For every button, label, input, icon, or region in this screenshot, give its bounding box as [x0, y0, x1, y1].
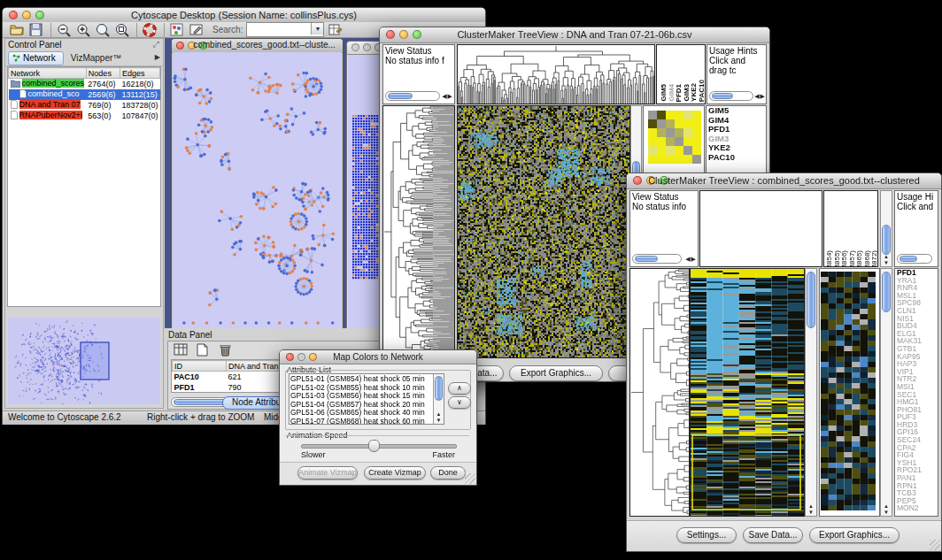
matrix-cell[interactable]	[683, 137, 692, 146]
gene-label[interactable]: MON2	[895, 504, 938, 512]
zoom-out-icon[interactable]	[57, 23, 73, 37]
attribute-list[interactable]: GPL51-01 (GSM854) heat shock 05 minGPL51…	[289, 373, 444, 425]
network-row[interactable]: combined_sco2569(6)13112(15)	[9, 89, 160, 100]
column-label[interactable]: GPL51-06 (GSM865)	[855, 250, 863, 267]
matrix-cell[interactable]	[666, 119, 675, 128]
attribute-editor-icon[interactable]	[328, 23, 344, 37]
matrix-cell[interactable]	[657, 128, 666, 137]
matrix-cell[interactable]	[683, 146, 692, 155]
matrix-cell[interactable]	[666, 137, 675, 146]
matrix-cell[interactable]	[692, 137, 701, 146]
col-nodes[interactable]: Nodes	[86, 68, 120, 79]
matrix-cell[interactable]	[692, 119, 701, 128]
scroll-arrows[interactable]: ▲▼	[434, 411, 444, 424]
matrix-cell[interactable]	[666, 111, 675, 119]
view-status-hscrollbar[interactable]	[385, 91, 440, 101]
column-label[interactable]: GIM5	[660, 84, 668, 102]
matrix-cell[interactable]	[675, 146, 683, 155]
tv1-export-graphics-button[interactable]: Export Graphics...	[509, 365, 603, 381]
tv2-column-labels[interactable]: GPL51-01 (GSM854)GPL51-02 (GSM855)GPL51-…	[823, 190, 878, 267]
column-label[interactable]: PAC10	[698, 80, 706, 102]
matrix-cell[interactable]	[648, 128, 657, 137]
row-label[interactable]: YKE2	[706, 143, 766, 153]
scroll-arrows[interactable]: ◀▶	[442, 93, 453, 100]
tab-vizmapper[interactable]: VizMapper™	[64, 53, 129, 63]
close-button[interactable]	[351, 43, 359, 51]
tv2-heatmap-vscrollbar[interactable]: ▲▼	[805, 268, 817, 517]
matrix-cell[interactable]	[657, 111, 666, 119]
zoom-in-icon[interactable]	[76, 23, 92, 37]
correlation-matrix[interactable]	[648, 111, 701, 164]
resize-grip[interactable]	[930, 540, 940, 550]
tv2-column-dendrogram[interactable]	[699, 190, 822, 267]
resize-grip[interactable]	[465, 473, 475, 484]
animate-vizmap-button[interactable]: Animate Vizmap	[297, 466, 358, 479]
speed-slider-thumb[interactable]	[368, 440, 380, 452]
scroll-arrows[interactable]: ◀▶	[754, 93, 766, 100]
attribute-select-icon[interactable]	[174, 343, 189, 357]
tv2-zoom-heatmap-panel[interactable]	[819, 268, 880, 517]
matrix-cell[interactable]	[675, 111, 683, 119]
tv2-heatmap[interactable]	[690, 268, 805, 517]
tv2-save-data-button[interactable]: Save Data...	[743, 527, 803, 543]
matrix-cell[interactable]	[683, 155, 692, 164]
open-file-icon[interactable]	[10, 23, 26, 37]
vizmapper-icon[interactable]	[170, 23, 186, 37]
matrix-cell[interactable]	[666, 155, 675, 164]
done-button[interactable]: Done	[430, 466, 466, 479]
tv1-column-labels[interactable]: GIM5GIM4PFD1GIM3YKE2PAC10	[656, 44, 706, 104]
matrix-cell[interactable]	[648, 146, 657, 155]
col-edges[interactable]: Edges	[120, 68, 159, 79]
network-row[interactable]: DNA and Tran 07769(0)183728(0)	[9, 100, 160, 111]
float-panel-icon[interactable]: ⤢	[153, 40, 159, 50]
new-attribute-icon[interactable]	[197, 343, 212, 357]
column-label[interactable]: GPL51-08 (GSM872)	[870, 250, 878, 267]
tv1-heatmap[interactable]	[457, 105, 630, 358]
col-id[interactable]: ID	[173, 361, 227, 372]
matrix-cell[interactable]	[692, 146, 701, 155]
scroll-arrows[interactable]: ▲▼	[881, 503, 892, 516]
tv2-row-dendrogram[interactable]	[629, 268, 690, 517]
network-graph-view[interactable]	[173, 52, 342, 329]
tv2-export-graphics-button[interactable]: Export Graphics...	[809, 527, 900, 543]
tv2-collabel-vscrollbar[interactable]: ▲▼	[880, 190, 892, 267]
matrix-cell[interactable]	[675, 155, 683, 164]
network-row[interactable]: RNAPuberNov2+I563(0)107847(0)	[9, 111, 160, 121]
matrix-cell[interactable]	[657, 146, 666, 155]
column-label[interactable]: PFD1	[675, 84, 683, 102]
tab-network[interactable]: Network	[8, 51, 64, 65]
tv1-row-dendrogram[interactable]	[382, 105, 455, 358]
network-overview-thumbnail[interactable]	[8, 318, 160, 404]
tv2-genelist-vscrollbar[interactable]: ▲▼	[880, 268, 892, 517]
tv2-gene-labels[interactable]: PFD1YRA1RNR4MSL1SPC98CLN1NIS1BUD4ELG1MAK…	[894, 268, 938, 517]
attribute-list-vscrollbar[interactable]: ▲▼	[433, 374, 444, 424]
help-lifesaver-icon[interactable]	[143, 23, 158, 37]
col-network[interactable]: Network	[9, 68, 87, 79]
network-view-window[interactable]: combined_scores_good.txt--cluste...	[171, 38, 344, 332]
matrix-cell[interactable]	[675, 137, 683, 146]
zoom-selected-icon[interactable]	[115, 23, 131, 37]
row-label[interactable]: PAC10	[706, 153, 766, 163]
search-dropdown-arrow[interactable]: ▼	[311, 23, 323, 35]
tab-overflow-arrow[interactable]: ▶	[155, 53, 160, 61]
view-status-hscrollbar[interactable]	[632, 254, 682, 264]
move-down-button[interactable]: ∨	[448, 396, 471, 409]
matrix-cell[interactable]	[683, 111, 692, 119]
matrix-cell[interactable]	[692, 155, 701, 164]
scroll-arrows[interactable]: ▲▼	[806, 503, 816, 516]
close-button[interactable]	[176, 42, 184, 50]
network-row[interactable]: combined_scores2764(0)16218(0)	[9, 79, 160, 90]
minimize-button[interactable]	[363, 43, 371, 51]
matrix-cell[interactable]	[692, 128, 701, 137]
column-label[interactable]: GPL51-03 (GSM856)	[840, 250, 848, 267]
matrix-cell[interactable]	[657, 119, 666, 128]
move-up-button[interactable]: ∧	[448, 382, 471, 395]
matrix-cell[interactable]	[675, 128, 683, 137]
save-icon[interactable]	[29, 23, 45, 37]
matrix-cell[interactable]	[666, 146, 675, 155]
row-label[interactable]: PFD1	[706, 125, 766, 134]
matrix-cell[interactable]	[648, 155, 657, 164]
tv1-column-dendrogram[interactable]	[457, 44, 655, 104]
main-titlebar[interactable]: Cytoscape Desktop (Session Name: collins…	[3, 8, 485, 23]
zoom-fit-icon[interactable]	[96, 23, 112, 37]
